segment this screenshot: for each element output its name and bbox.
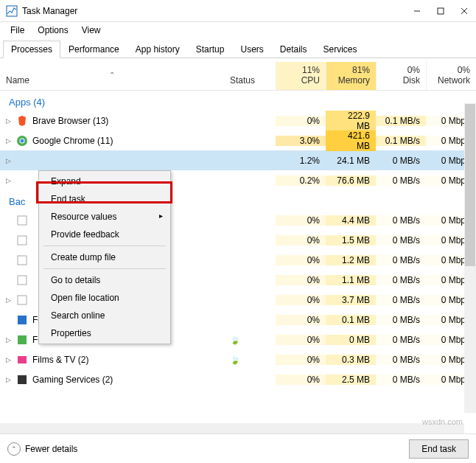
disk-cell: 0 MB/s	[376, 235, 426, 246]
tab-users[interactable]: Users	[232, 41, 271, 58]
ctx-go-to-details[interactable]: Go to details	[41, 271, 169, 289]
memory-cell: 421.6 MB	[326, 130, 376, 151]
menu-options[interactable]: Options	[32, 24, 74, 37]
tab-processes[interactable]: Processes	[3, 41, 60, 58]
expand-icon[interactable]: ▷	[4, 376, 12, 383]
app-icon	[16, 314, 28, 326]
cpu-cell: 0%	[276, 275, 326, 285]
end-task-button[interactable]: End task	[409, 439, 469, 459]
tab-app-history[interactable]: App history	[127, 41, 188, 58]
process-row[interactable]: ▷ Google Chrome (11) 3.0% 421.6 MB 0.1 M…	[0, 130, 476, 150]
svg-rect-8	[18, 216, 27, 225]
expand-icon[interactable]: ▷	[4, 157, 12, 164]
minimize-button[interactable]	[405, 0, 429, 21]
ctx-resource-values[interactable]: Resource values	[41, 208, 169, 226]
window-title: Task Manager	[22, 6, 405, 16]
process-name: Gaming Services (2)	[32, 375, 113, 385]
svg-rect-2	[438, 8, 444, 14]
maximize-button[interactable]	[429, 0, 452, 21]
app-icon	[16, 115, 28, 127]
status-cell: 🍃	[224, 355, 276, 365]
status-cell: 🍃	[224, 335, 276, 345]
memory-cell: 1.2 MB	[326, 255, 376, 265]
ctx-open-file-location[interactable]: Open file location	[41, 289, 169, 307]
process-row[interactable]: ▷ Gaming Services (2) 0% 2.5 MB 0 MB/s 0…	[0, 369, 476, 389]
memory-cell: 76.6 MB	[326, 175, 376, 186]
cpu-cell: 0%	[276, 116, 326, 126]
expand-icon[interactable]: ▷	[4, 177, 12, 184]
memory-cell: 24.1 MB	[326, 156, 376, 166]
tab-details[interactable]: Details	[272, 41, 315, 58]
ctx-end-task[interactable]: End task	[41, 190, 169, 208]
horizontal-scrollbar[interactable]	[0, 423, 464, 434]
disk-cell: 0 MB/s	[376, 175, 426, 186]
chevron-up-icon: ⌃	[7, 442, 21, 456]
memory-cell: 1.5 MB	[326, 235, 376, 246]
header-name[interactable]: ⌃Name	[0, 72, 224, 90]
memory-cell: 0.3 MB	[326, 355, 376, 365]
disk-cell: 0.1 MB/s	[376, 136, 426, 146]
ctx-expand[interactable]: Expand	[41, 173, 169, 190]
tab-startup[interactable]: Startup	[188, 41, 233, 58]
group-apps: Apps (4)	[0, 91, 476, 111]
memory-cell: 4.4 MB	[326, 215, 376, 226]
footer: ⌃ Fewer details End task	[0, 434, 476, 463]
expand-icon[interactable]: ▷	[4, 117, 12, 125]
app-icon	[16, 374, 28, 386]
tab-performance[interactable]: Performance	[60, 41, 127, 58]
header-memory[interactable]: 81%Memory	[326, 62, 376, 90]
process-row[interactable]: ▷ 1.2% 24.1 MB 0 MB/s 0 Mbps	[0, 150, 476, 170]
menu-view[interactable]: View	[76, 24, 107, 37]
cpu-cell: 0.2%	[276, 175, 326, 186]
menu-file[interactable]: File	[4, 24, 30, 37]
disk-cell: 0 MB/s	[376, 215, 426, 226]
header-network[interactable]: 0%Network	[426, 62, 476, 90]
disk-cell: 0.1 MB/s	[376, 116, 426, 126]
ctx-search-online[interactable]: Search online	[41, 307, 169, 324]
disk-cell: 0 MB/s	[376, 335, 426, 345]
expand-icon[interactable]: ▷	[4, 137, 12, 145]
svg-point-7	[21, 139, 24, 142]
app-icon	[16, 354, 28, 366]
svg-rect-14	[18, 335, 27, 344]
svg-rect-16	[18, 375, 27, 384]
header-cpu[interactable]: 11%CPU	[276, 62, 326, 90]
header-disk[interactable]: 0%Disk	[376, 62, 426, 90]
app-icon	[16, 215, 28, 226]
ctx-properties[interactable]: Properties	[41, 324, 169, 342]
vertical-scrollbar[interactable]	[464, 103, 476, 413]
disk-cell: 0 MB/s	[376, 315, 426, 325]
app-icon	[16, 234, 28, 246]
watermark: wsxdn.com	[422, 417, 463, 426]
svg-rect-11	[18, 276, 27, 285]
disk-cell: 0 MB/s	[376, 156, 426, 166]
cpu-cell: 0%	[276, 335, 326, 345]
cpu-cell: 3.0%	[276, 136, 326, 146]
process-row[interactable]: ▷ Films & TV (2) 🍃 0% 0.3 MB 0 MB/s 0 Mb…	[0, 349, 476, 369]
expand-icon[interactable]: ▷	[4, 296, 12, 304]
leaf-icon: 🍃	[230, 355, 240, 364]
cpu-cell: 0%	[276, 355, 326, 365]
svg-rect-13	[18, 316, 27, 324]
expand-icon[interactable]: ▷	[4, 336, 12, 344]
ctx-create-dump-file[interactable]: Create dump file	[41, 248, 169, 266]
process-row[interactable]: ▷ Brave Browser (13) 0% 222.9 MB 0.1 MB/…	[0, 111, 476, 130]
svg-rect-12	[18, 296, 27, 304]
expand-icon[interactable]: ▷	[4, 356, 12, 363]
app-icon	[16, 334, 28, 346]
close-button[interactable]	[452, 0, 476, 21]
memory-cell: 3.7 MB	[326, 295, 376, 305]
tab-services[interactable]: Services	[315, 41, 365, 58]
svg-rect-0	[7, 6, 17, 16]
fewer-details-button[interactable]: ⌃ Fewer details	[7, 442, 409, 456]
memory-cell: 0 MB	[326, 335, 376, 345]
ctx-provide-feedback[interactable]: Provide feedback	[41, 226, 169, 243]
memory-cell: 1.1 MB	[326, 275, 376, 285]
svg-rect-9	[18, 236, 27, 245]
memory-cell: 222.9 MB	[326, 111, 376, 131]
process-name: Films & TV (2)	[32, 355, 88, 365]
scroll-thumb[interactable]	[465, 104, 475, 266]
app-icon	[16, 274, 28, 286]
disk-cell: 0 MB/s	[376, 255, 426, 265]
header-status[interactable]: Status	[224, 72, 276, 90]
